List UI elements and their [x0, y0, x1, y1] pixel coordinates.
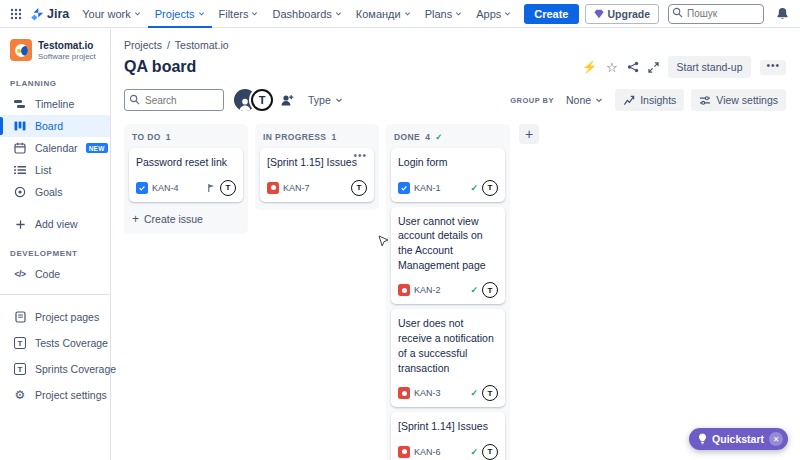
issue-card-kan-3[interactable]: User does not receive a notification of … — [391, 309, 505, 407]
issue-key: KAN-6 — [414, 447, 441, 457]
quickstart-button[interactable]: Quickstart ✕ — [689, 428, 788, 450]
project-header[interactable]: Testomat.io Software project — [0, 39, 110, 71]
search-icon — [672, 7, 683, 18]
task-type-icon — [398, 182, 410, 194]
quickstart-label: Quickstart — [712, 433, 764, 445]
assignee-avatar-t[interactable]: T — [251, 89, 273, 111]
jira-logo-text: Jira — [47, 7, 69, 21]
gem-icon — [594, 9, 604, 19]
done-check-icon: ✓ — [470, 447, 478, 457]
assignee-avatar[interactable]: T — [220, 180, 236, 196]
issue-key: KAN-4 — [152, 183, 179, 193]
chevron-down-icon — [455, 10, 462, 17]
assignee-avatar[interactable]: T — [482, 282, 498, 298]
issue-key: KAN-1 — [414, 183, 441, 193]
column-todo: TO DO 1 Password reset link KAN-4 T — [124, 124, 248, 234]
column-done-check-icon: ✓ — [435, 132, 443, 142]
nav-item-apps[interactable]: Apps — [469, 0, 518, 28]
calendar-icon — [13, 142, 27, 154]
sprints-coverage-icon: T — [13, 363, 27, 375]
card-more-menu[interactable]: ••• — [353, 150, 367, 161]
task-type-icon — [136, 182, 148, 194]
group-by-label: GROUP BY — [510, 96, 554, 105]
main-content: Projects / Testomat.io QA board ⚡ ☆ Star… — [112, 29, 800, 460]
start-standup-button[interactable]: Start stand-up — [668, 56, 752, 78]
nav-item-your-work[interactable]: Your work — [75, 0, 148, 28]
add-people-icon[interactable] — [279, 92, 295, 108]
bug-type-icon — [398, 387, 410, 399]
fullscreen-expand-icon[interactable] — [648, 62, 659, 73]
breadcrumb: Projects / Testomat.io — [112, 29, 800, 51]
close-icon[interactable]: ✕ — [769, 432, 783, 446]
type-filter-dropdown[interactable]: Type — [303, 90, 348, 110]
sidebar-item-sprints-coverage[interactable]: T Sprints Coverage — [0, 356, 110, 382]
sidebar-item-list[interactable]: List — [0, 159, 110, 181]
app-switcher-icon[interactable] — [8, 6, 24, 22]
chevron-down-icon — [504, 10, 511, 17]
header-actions: ⚡ ☆ Start stand-up ••• — [582, 56, 786, 78]
create-issue-button[interactable]: + Create issue — [124, 207, 248, 234]
insights-chart-icon — [623, 95, 635, 106]
nav-item-plans[interactable]: Plans — [418, 0, 470, 28]
chevron-down-icon — [134, 10, 141, 17]
project-logo-icon — [10, 39, 32, 61]
share-icon[interactable] — [627, 61, 639, 73]
upgrade-button[interactable]: Upgrade — [585, 4, 660, 24]
search-icon — [129, 94, 140, 105]
star-favorite-icon[interactable]: ☆ — [606, 61, 618, 74]
issue-key: KAN-2 — [414, 285, 441, 295]
issue-card-kan-2[interactable]: User cannot view account details on the … — [391, 207, 505, 305]
sidebar-item-code[interactable]: </> Code — [0, 263, 110, 285]
assignee-avatar[interactable]: T — [482, 444, 498, 460]
board-toolbar: T Type GROUP BY None Insights View setti… — [112, 78, 800, 111]
nav-item-dashboards[interactable]: Dashboards — [265, 0, 348, 28]
sidebar-item-goals[interactable]: Goals — [0, 181, 110, 203]
automation-lightning-icon[interactable]: ⚡ — [582, 61, 597, 73]
nav-item-filters[interactable]: Filters — [212, 0, 266, 28]
issue-card-kan-1[interactable]: Login form KAN-1 ✓ T — [391, 148, 505, 202]
board-toolbar-right: GROUP BY None Insights View settings — [510, 89, 786, 111]
project-name: Testomat.io — [38, 40, 96, 52]
issue-card-kan-7[interactable]: ••• [Sprint 1.15] Issues KAN-7 T — [260, 148, 374, 202]
breadcrumb-project[interactable]: Testomat.io — [175, 39, 229, 51]
goals-target-icon — [13, 186, 27, 198]
sidebar-item-board[interactable]: Board — [0, 115, 110, 137]
sidebar-item-tests-coverage[interactable]: T Tests Coverage — [0, 330, 110, 356]
page-icon — [13, 311, 27, 323]
nav-item-teams[interactable]: Команди — [349, 0, 418, 28]
issue-card-kan-6[interactable]: [Sprint 1.14] Issues KAN-6 ✓ T — [391, 412, 505, 460]
timeline-icon — [13, 98, 27, 110]
assignee-avatar[interactable]: T — [482, 180, 498, 196]
sidebar-divider — [0, 294, 110, 295]
issue-card-kan-4[interactable]: Password reset link KAN-4 T — [129, 148, 243, 202]
done-check-icon: ✓ — [470, 183, 478, 193]
sliders-icon — [699, 95, 711, 106]
insights-button[interactable]: Insights — [615, 89, 684, 111]
add-view-button[interactable]: Add view — [0, 213, 110, 235]
column-header: DONE 4 ✓ — [386, 124, 510, 148]
sidebar-item-calendar[interactable]: Calendar NEW — [0, 137, 110, 159]
tests-coverage-icon: T — [13, 337, 27, 349]
issue-key: KAN-3 — [414, 388, 441, 398]
jira-logo[interactable]: Jira — [30, 7, 69, 21]
assignee-avatar[interactable]: T — [482, 385, 498, 401]
chevron-down-icon — [251, 10, 258, 17]
group-by-dropdown[interactable]: None — [561, 90, 608, 110]
breadcrumb-projects[interactable]: Projects — [124, 39, 162, 51]
sidebar-item-project-pages[interactable]: Project pages — [0, 304, 110, 330]
chevron-down-icon — [595, 96, 603, 104]
board-more-menu-button[interactable]: ••• — [760, 60, 786, 75]
gear-icon: ⚙ — [13, 388, 27, 402]
nav-right-cluster: Upgrade ? ⚙ T — [585, 3, 800, 24]
project-sidebar: Testomat.io Software project PLANNING Ti… — [0, 29, 111, 460]
sidebar-item-timeline[interactable]: Timeline — [0, 93, 110, 115]
plus-icon: + — [132, 213, 139, 225]
assignee-avatar[interactable]: T — [351, 180, 367, 196]
nav-menu: Your work Projects Filters Dashboards Ко… — [75, 0, 518, 28]
create-button[interactable]: Create — [524, 4, 578, 24]
sidebar-item-project-settings[interactable]: ⚙ Project settings — [0, 382, 110, 408]
nav-item-projects[interactable]: Projects — [148, 0, 212, 28]
add-column-button[interactable]: + — [519, 124, 539, 144]
view-settings-button[interactable]: View settings — [691, 89, 786, 111]
notifications-bell-icon[interactable] — [773, 5, 791, 23]
